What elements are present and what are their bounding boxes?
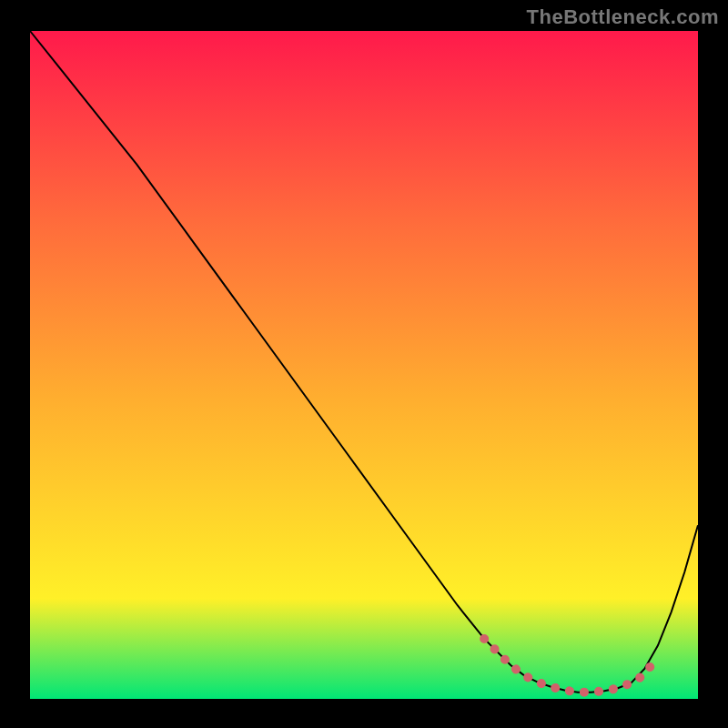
plot-background-rect <box>30 31 698 699</box>
attribution-text: TheBottleneck.com <box>527 5 719 29</box>
chart-stage: TheBottleneck.com <box>0 0 728 728</box>
bottleneck-plot <box>0 0 728 728</box>
